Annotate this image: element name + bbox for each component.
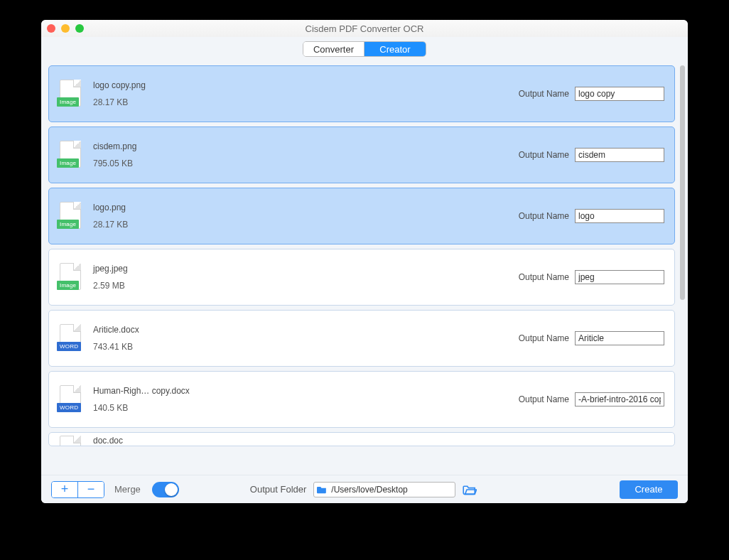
minus-icon: − — [87, 482, 95, 497]
file-meta: Human-Righ… copy.docx 140.5 KB — [93, 386, 519, 413]
file-meta: logo copy.png 28.17 KB — [93, 80, 519, 107]
file-type-icon: Image — [59, 141, 82, 169]
scrollbar-track[interactable] — [679, 63, 688, 475]
file-meta: Ariticle.docx 743.41 KB — [93, 325, 519, 352]
output-name-input[interactable] — [575, 148, 664, 162]
file-size: 28.17 KB — [93, 220, 519, 230]
footer-bar: + − Merge Output Folder /Users/love/Desk… — [41, 475, 688, 503]
tab-converter[interactable]: Converter — [303, 42, 364, 56]
output-name-label: Output Name — [519, 333, 569, 343]
zoom-window-button[interactable] — [75, 24, 84, 33]
file-name: cisdem.png — [93, 141, 519, 151]
file-name: Ariticle.docx — [93, 325, 519, 335]
output-name-input[interactable] — [575, 270, 664, 284]
file-row[interactable]: WORD Ariticle.docx 743.41 KB Output Name — [48, 310, 675, 367]
file-row[interactable]: Image logo copy.png 28.17 KB Output Name — [48, 65, 675, 122]
merge-toggle[interactable] — [152, 482, 179, 497]
file-type-icon: WORD — [59, 385, 82, 414]
plus-icon: + — [61, 482, 69, 497]
titlebar: Cisdem PDF Converter OCR — [41, 20, 688, 37]
merge-label: Merge — [114, 484, 141, 495]
file-name: Human-Righ… copy.docx — [93, 386, 519, 396]
file-type-icon: Image — [59, 80, 82, 108]
app-window: Cisdem PDF Converter OCR Converter Creat… — [41, 20, 688, 503]
file-meta: logo.png 28.17 KB — [93, 203, 519, 230]
output-name-input[interactable] — [575, 392, 664, 406]
file-row[interactable]: Image cisdem.png 795.05 KB Output Name — [48, 126, 675, 183]
output-folder-path: /Users/love/Desktop — [331, 485, 407, 495]
mode-segmented-control: Converter Creator — [303, 41, 426, 57]
window-controls — [47, 24, 84, 33]
file-row[interactable]: WORD Human-Righ… copy.docx 140.5 KB Outp… — [48, 371, 675, 428]
mode-tabbar: Converter Creator — [41, 37, 688, 63]
file-meta: cisdem.png 795.05 KB — [93, 141, 519, 168]
output-name-label: Output Name — [519, 89, 569, 99]
output-name-label: Output Name — [519, 272, 569, 282]
file-type-icon — [59, 436, 82, 446]
file-row[interactable]: Image jpeg.jpeg 2.59 MB Output Name — [48, 249, 675, 306]
output-name-input[interactable] — [575, 331, 664, 345]
output-name-label: Output Name — [519, 211, 569, 221]
output-name-input[interactable] — [575, 87, 664, 101]
file-meta: jpeg.jpeg 2.59 MB — [93, 264, 519, 291]
file-name: jpeg.jpeg — [93, 264, 519, 274]
add-remove-group: + − — [51, 481, 104, 498]
file-size: 743.41 KB — [93, 342, 519, 352]
toggle-knob — [165, 483, 178, 496]
file-type-icon: WORD — [59, 324, 82, 352]
close-window-button[interactable] — [47, 24, 55, 33]
browse-folder-button[interactable] — [463, 483, 477, 496]
file-size: 2.59 MB — [93, 281, 519, 291]
file-type-icon: Image — [59, 202, 82, 230]
file-row[interactable]: Image logo.png 28.17 KB Output Name — [48, 188, 675, 244]
minimize-window-button[interactable] — [61, 24, 70, 33]
file-row[interactable]: doc.doc — [48, 432, 675, 446]
file-size: 28.17 KB — [93, 97, 519, 107]
output-name-label: Output Name — [519, 150, 569, 160]
output-name-label: Output Name — [519, 394, 569, 404]
file-name: doc.doc — [93, 436, 664, 446]
remove-file-button[interactable]: − — [78, 482, 104, 497]
open-folder-icon — [463, 484, 477, 495]
output-folder-label: Output Folder — [250, 484, 307, 495]
create-button[interactable]: Create — [620, 480, 678, 499]
file-name: logo copy.png — [93, 80, 519, 90]
file-size: 795.05 KB — [93, 158, 519, 168]
tab-creator[interactable]: Creator — [364, 42, 426, 56]
file-list: Image logo copy.png 28.17 KB Output Name… — [45, 63, 679, 475]
file-list-area: Image logo copy.png 28.17 KB Output Name… — [41, 63, 688, 475]
file-type-icon: Image — [59, 263, 82, 291]
add-file-button[interactable]: + — [52, 482, 77, 497]
file-meta: doc.doc — [93, 436, 664, 446]
file-name: logo.png — [93, 203, 519, 212]
output-name-input[interactable] — [575, 209, 664, 223]
file-size: 140.5 KB — [93, 403, 519, 413]
window-title: Cisdem PDF Converter OCR — [41, 23, 688, 34]
scrollbar-thumb[interactable] — [680, 65, 685, 300]
output-folder-field[interactable]: /Users/love/Desktop — [313, 482, 455, 497]
folder-icon — [317, 485, 327, 494]
